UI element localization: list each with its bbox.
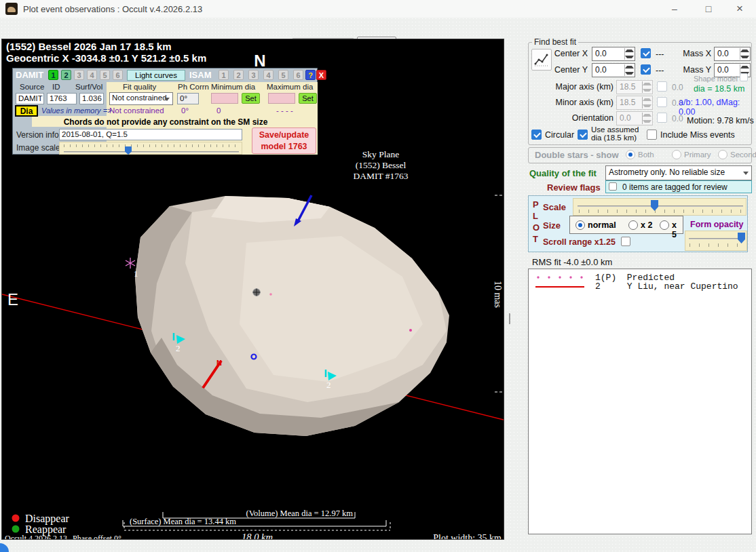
star-marker-label: 1 (134, 269, 138, 279)
double-stars-primary-radio[interactable] (672, 150, 681, 159)
min-dia-field[interactable] (211, 93, 238, 104)
form-opacity-slider[interactable] (685, 231, 747, 251)
minimize-button[interactable]: – (660, 0, 689, 18)
north-label: N (254, 52, 265, 70)
center-x-spinner[interactable] (624, 48, 634, 60)
sky-plane-caption-3: DAMIT #1763 (353, 171, 408, 181)
minor-axis-checkbox[interactable] (657, 97, 667, 107)
save-update-button[interactable]: Save/update model 1763 (252, 127, 316, 154)
mass-x-spinner[interactable] (740, 48, 749, 60)
size-x5-radio[interactable] (660, 220, 669, 230)
double-stars-both-radio[interactable] (626, 150, 635, 159)
find-best-fit-label: Find best fit (532, 37, 578, 47)
id-field: 1763 (47, 93, 77, 104)
major-axis-field[interactable]: 18.5 (616, 80, 653, 94)
review-flags-checkbox[interactable] (609, 182, 617, 191)
damit-model-1-button[interactable]: 1 (48, 70, 58, 80)
quality-of-fit-dropdown[interactable]: Astrometry only. No reliable size (605, 165, 752, 180)
ph-corr-field[interactable]: 0° (177, 93, 199, 104)
damit-model-6-button[interactable]: 6 (113, 70, 123, 80)
scale-slider[interactable] (573, 198, 746, 216)
surface-dia-label: (Surface) Mean dia = 13.44 km (130, 517, 236, 526)
occult-version-label: Occult 4.2026.2.13 (5, 534, 67, 539)
menu-bar: with Plot... Plot options... ? Help Keep… (0, 18, 756, 38)
quality-of-fit-value: Astrometry only. No reliable size (609, 167, 725, 177)
minor-axis-field[interactable]: 18.5 (616, 96, 653, 110)
center-y-spinner[interactable] (624, 64, 634, 76)
scale-bar-label: 18.0 km (242, 532, 273, 539)
size-label: Size (543, 220, 561, 231)
fit-quality-dropdown[interactable]: Not constrained (109, 92, 173, 105)
minor-axis-value: 18.5 (620, 98, 635, 107)
shape-model-checkbox[interactable] (740, 73, 748, 81)
plot-controls-box: P L O T Scale Size normal x 2 x 5 Form o… (528, 195, 748, 252)
dia-button[interactable]: Dia (15, 105, 38, 117)
list-row-observed[interactable]: 2 Y Liu, near Cupertino (595, 281, 738, 292)
damit-model-2-button[interactable]: 2 (61, 70, 71, 80)
circular-checkbox[interactable] (531, 130, 542, 140)
disappear-dot-icon (12, 515, 20, 522)
ab-dmag-readout: a/b: 1.00, dMag: 0.00 (679, 98, 756, 117)
isam-model-5-button[interactable]: 5 (278, 70, 288, 80)
dia-readout: dia = 18.5 km (694, 84, 744, 94)
double-stars-primary-label: Primary (684, 151, 711, 159)
include-miss-checkbox[interactable] (647, 130, 657, 140)
memory-ph-corr: 0° (181, 106, 189, 115)
north-marker-label: N (216, 359, 222, 367)
damit-model-4-button[interactable]: 4 (87, 70, 97, 80)
phase-offset-label: Phase offset 0° (73, 534, 121, 539)
mass-x-field[interactable]: 0.0 (714, 47, 751, 61)
pink-dot-marker (269, 293, 272, 296)
double-stars-secondary-radio[interactable] (718, 150, 727, 159)
use-assumed-dia-label: Use assumed dia (18.5 km) (591, 125, 639, 142)
panel-close-button[interactable]: X (316, 70, 326, 80)
scroll-range-checkbox[interactable] (621, 237, 630, 246)
mass-x-label: Mass X (676, 49, 711, 58)
plot-title-line2: Geocentric X -3034.8 ±0.1 Y 521.2 ±0.5 k… (6, 52, 206, 64)
isam-model-6-button[interactable]: 6 (293, 70, 303, 80)
minor-axis-spinner (642, 97, 651, 109)
center-y-checkbox[interactable] (641, 64, 651, 75)
size-x2-label: x 2 (641, 220, 652, 230)
center-y-field[interactable]: 0.0 (592, 63, 635, 77)
plot-title-line1: (1552) Bessel 2026 Jan 17 18.5 km (6, 41, 172, 52)
mass-y-value: 0.0 (717, 65, 729, 75)
isam-model-1-button[interactable]: 1 (219, 70, 229, 80)
center-y-label: Center Y (543, 65, 588, 75)
orientation-checkbox[interactable] (657, 113, 667, 123)
size-x2-radio[interactable] (628, 220, 638, 230)
major-axis-checkbox[interactable] (657, 81, 667, 92)
damit-model-5-button[interactable]: 5 (100, 70, 110, 80)
center-x-label: Center X (543, 49, 588, 58)
use-assumed-dia-checkbox[interactable] (578, 130, 588, 140)
light-curves-button[interactable]: Light curves (127, 70, 185, 81)
isam-model-3-button[interactable]: 3 (248, 70, 259, 80)
orientation-field[interactable]: 0.0 (616, 111, 653, 125)
scroll-range-label: Scroll range x1.25 (543, 237, 616, 247)
orientation-cb-label: 0.0 (672, 114, 683, 123)
max-dia-field[interactable] (268, 93, 295, 104)
max-dia-set-button[interactable]: Set (299, 93, 317, 104)
image-scale-thumb[interactable] (125, 146, 132, 155)
version-info-field[interactable]: 2015-08-01, Q=1.5 (59, 129, 242, 140)
image-scale-groove (64, 151, 239, 153)
form-opacity-label: Form opacity (690, 220, 744, 229)
image-scale-slider[interactable] (59, 142, 242, 155)
panel-splitter-handle[interactable] (509, 313, 510, 324)
size-normal-radio[interactable] (575, 220, 585, 230)
fit-quality-value: Not constrained (112, 94, 167, 102)
isam-title: ISAM (189, 70, 212, 80)
close-button[interactable]: × (725, 0, 755, 18)
min-dia-set-button[interactable]: Set (242, 93, 260, 104)
center-x-checkbox[interactable] (641, 48, 651, 58)
damit-model-3-button[interactable]: 3 (74, 70, 84, 80)
maximize-button[interactable]: □ (694, 0, 723, 18)
observation-list[interactable]: 1(P) Predicted 2 Y Liu, near Cupertino (528, 269, 752, 534)
isam-model-2-button[interactable]: 2 (233, 70, 244, 80)
image-scale-ticks (64, 144, 239, 147)
image-scale-label: Image scale (16, 143, 60, 153)
panel-help-button[interactable]: ? (305, 70, 316, 80)
center-x-field[interactable]: 0.0 (592, 47, 635, 61)
opacity-thumb[interactable] (738, 233, 745, 243)
isam-model-4-button[interactable]: 4 (263, 70, 273, 80)
